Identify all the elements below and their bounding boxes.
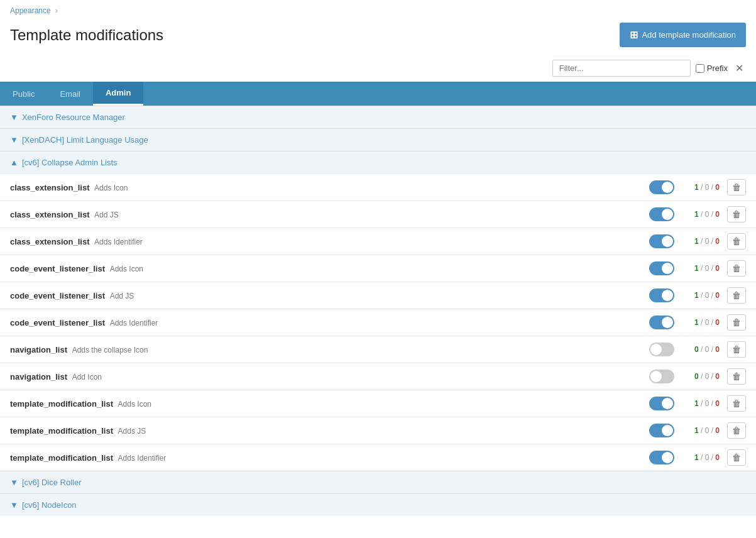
row-controls: 1 / 0 / 0 🗑 <box>649 449 746 466</box>
stat-separator: / 0 / <box>701 264 715 273</box>
template-name: code_event_listener_list <box>10 291 105 300</box>
group-header-xendach-limit-language[interactable]: ▼ [XenDACH] Limit Language Usage <box>0 128 756 151</box>
group-header-cv6-dice-roller[interactable]: ▼ [cv6] Dice Roller <box>0 471 756 493</box>
stat-red: 0 <box>715 210 720 219</box>
stat-green: 1 <box>694 264 699 273</box>
stat-green: 0 <box>694 372 699 381</box>
row-controls: 1 / 0 / 0 🗑 <box>649 422 746 439</box>
stat-green: 1 <box>694 210 699 219</box>
row-stats: 1 / 0 / 0 <box>682 318 720 327</box>
toggle-knob <box>662 182 673 193</box>
template-desc: Add JS <box>94 211 119 219</box>
row-stats: 1 / 0 / 0 <box>682 426 720 435</box>
row-name: class_extension_list Adds Icon <box>10 183 649 192</box>
table-row: class_extension_list Adds Identifier 1 /… <box>0 228 756 255</box>
template-desc: Add JS <box>110 292 134 300</box>
add-button-label: Add template modification <box>642 30 736 40</box>
group-header-cv6-collapse-admin-lists[interactable]: ▲ [cv6] Collapse Admin Lists <box>0 151 756 173</box>
stat-separator: / 0 / <box>701 210 715 219</box>
toggle-switch[interactable] <box>649 316 674 329</box>
row-name: code_event_listener_list Add JS <box>10 291 649 300</box>
group-header-cv6-nodeicon[interactable]: ▼ [cv6] NodeIcon <box>0 493 756 516</box>
table-row: template_modification_list Adds Identifi… <box>0 444 756 471</box>
plus-icon: ⊞ <box>630 29 638 41</box>
tab-admin[interactable]: Admin <box>93 82 143 106</box>
toggle-knob <box>662 290 673 301</box>
row-controls: 1 / 0 / 0 🗑 <box>649 179 746 195</box>
row-name: template_modification_list Adds Identifi… <box>10 453 649 463</box>
toggle-switch[interactable] <box>649 207 674 221</box>
table-row: template_modification_list Adds JS 1 / 0… <box>0 417 756 444</box>
toggle-switch[interactable] <box>649 343 674 356</box>
toggle-knob <box>662 263 673 274</box>
stat-red: 0 <box>715 318 720 327</box>
row-name: code_event_listener_list Adds Icon <box>10 264 649 273</box>
delete-button[interactable]: 🗑 <box>727 368 746 385</box>
toggle-switch[interactable] <box>649 180 674 194</box>
toggle-switch[interactable] <box>649 288 674 302</box>
toggle-switch[interactable] <box>649 234 674 248</box>
table-row: navigation_list Adds the collapse Icon 0… <box>0 336 756 363</box>
toggle-switch[interactable] <box>649 451 674 464</box>
prefix-label[interactable]: Prefix <box>696 63 728 73</box>
table-row: class_extension_list Add JS 1 / 0 / 0 🗑 <box>0 200 756 228</box>
group-label: [cv6] Collapse Admin Lists <box>22 158 118 167</box>
prefix-checkbox[interactable] <box>696 64 704 73</box>
row-stats: 1 / 0 / 0 <box>682 453 720 462</box>
template-desc: Adds Icon <box>94 184 128 192</box>
toggle-switch[interactable] <box>649 370 674 383</box>
delete-button[interactable]: 🗑 <box>727 449 746 466</box>
group-label: [XenDACH] Limit Language Usage <box>22 135 148 145</box>
delete-button[interactable]: 🗑 <box>727 395 746 412</box>
stat-red: 0 <box>715 399 720 408</box>
delete-button[interactable]: 🗑 <box>727 422 746 439</box>
template-name: class_extension_list <box>10 237 89 246</box>
delete-button[interactable]: 🗑 <box>727 341 746 358</box>
delete-button[interactable]: 🗑 <box>727 179 746 195</box>
toggle-switch[interactable] <box>649 397 674 410</box>
delete-button[interactable]: 🗑 <box>727 260 746 277</box>
delete-button[interactable]: 🗑 <box>727 206 746 222</box>
breadcrumb: Appearance › <box>0 0 756 18</box>
stat-green: 1 <box>694 237 699 246</box>
tab-public[interactable]: Public <box>0 82 47 106</box>
tab-email[interactable]: Email <box>47 82 93 106</box>
breadcrumb-separator: › <box>55 6 58 15</box>
row-name: template_modification_list Adds Icon <box>10 399 649 409</box>
delete-button[interactable]: 🗑 <box>727 287 746 304</box>
template-name: class_extension_list <box>10 210 89 219</box>
group-chevron-icon: ▼ <box>10 478 18 487</box>
filter-clear-button[interactable]: ✕ <box>733 62 746 74</box>
stat-separator: / 0 / <box>701 318 715 327</box>
stat-separator: / 0 / <box>701 183 715 192</box>
row-controls: 0 / 0 / 0 🗑 <box>649 341 746 358</box>
group-chevron-icon: ▼ <box>10 135 18 145</box>
page-title: Template modifications <box>10 26 163 44</box>
row-controls: 1 / 0 / 0 🗑 <box>649 233 746 250</box>
stat-separator: / 0 / <box>701 399 715 408</box>
template-name: template_modification_list <box>10 399 113 409</box>
delete-button[interactable]: 🗑 <box>727 233 746 250</box>
row-name: navigation_list Adds the collapse Icon <box>10 345 649 354</box>
stat-red: 0 <box>715 453 720 462</box>
toggle-knob <box>662 236 673 247</box>
row-controls: 1 / 0 / 0 🗑 <box>649 314 746 331</box>
row-stats: 1 / 0 / 0 <box>682 183 720 192</box>
delete-button[interactable]: 🗑 <box>727 314 746 331</box>
template-desc: Add Icon <box>72 373 102 382</box>
breadcrumb-parent-link[interactable]: Appearance <box>10 6 51 15</box>
group-header-xenforo-resource-manager[interactable]: ▼ XenForo Resource Manager <box>0 106 756 128</box>
template-name: code_event_listener_list <box>10 264 105 273</box>
filter-input[interactable] <box>552 60 691 77</box>
table-row: class_extension_list Adds Icon 1 / 0 / 0… <box>0 173 756 200</box>
page-header: Template modifications ⊞ Add template mo… <box>0 18 756 57</box>
template-desc: Adds Icon <box>118 400 151 409</box>
groups-container: ▼ XenForo Resource Manager▼ [XenDACH] Li… <box>0 106 756 516</box>
toggle-switch[interactable] <box>649 424 674 437</box>
filter-row: Prefix ✕ <box>0 57 756 82</box>
toggle-switch[interactable] <box>649 261 674 275</box>
add-template-modification-button[interactable]: ⊞ Add template modification <box>620 23 746 47</box>
row-controls: 1 / 0 / 0 🗑 <box>649 206 746 222</box>
template-desc: Adds Icon <box>110 265 143 273</box>
stat-red: 0 <box>715 291 720 300</box>
